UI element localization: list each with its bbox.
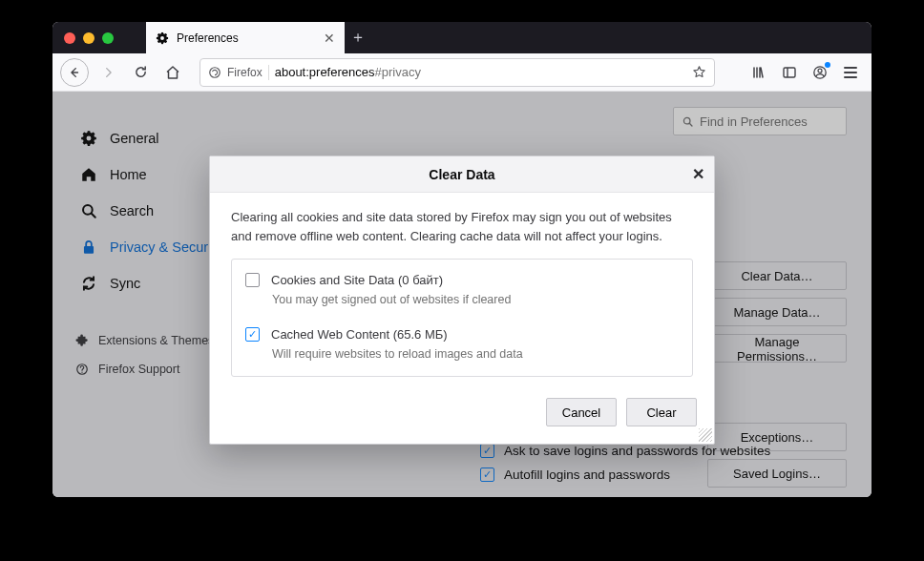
separator [268, 65, 269, 80]
option-label: Cookies and Site Data (0 байт) [271, 273, 443, 287]
checkbox-icon[interactable]: ✓ [245, 327, 260, 342]
close-tab-icon[interactable]: ✕ [324, 31, 335, 45]
dialog-header: Clear Data ✕ [210, 156, 714, 193]
tab-strip: Preferences ✕ ＋ [52, 22, 872, 53]
option-description: Will require websites to reload images a… [272, 347, 679, 361]
notification-dot-icon [825, 62, 830, 68]
identity-label: Firefox [227, 66, 262, 79]
close-icon[interactable]: ✕ [692, 165, 704, 183]
close-window-button[interactable] [64, 32, 75, 44]
nav-toolbar: Firefox about:preferences#privacy [52, 53, 872, 92]
tab-title: Preferences [177, 31, 316, 45]
url-text: about:preferences#privacy [275, 65, 421, 79]
clear-data-dialog: Clear Data ✕ Clearing all cookies and si… [209, 156, 715, 445]
forward-button[interactable] [94, 59, 121, 86]
reload-button[interactable] [127, 59, 154, 86]
content-area: General Home Search Privacy & Security S… [52, 92, 872, 497]
firefox-identity-icon [208, 66, 221, 79]
toolbar-actions [728, 59, 864, 86]
checkbox-icon[interactable] [245, 273, 260, 287]
resize-grip-icon[interactable] [699, 428, 712, 442]
window-controls [52, 22, 125, 53]
menu-button[interactable] [837, 59, 864, 86]
dialog-title: Clear Data [429, 167, 494, 182]
account-icon[interactable] [807, 59, 833, 86]
sidebar-icon[interactable] [776, 59, 803, 86]
clear-options: Cookies and Site Data (0 байт) You may g… [231, 259, 693, 377]
option-description: You may get signed out of websites if cl… [272, 293, 679, 306]
clear-button[interactable]: Clear [626, 398, 697, 426]
option-label: Cached Web Content (65.6 МБ) [271, 327, 448, 342]
gear-icon [156, 31, 169, 45]
svg-rect-1 [784, 68, 795, 77]
zoom-window-button[interactable] [102, 32, 114, 44]
browser-window: Preferences ✕ ＋ Firefox [52, 22, 872, 497]
dialog-description: Clearing all cookies and site data store… [231, 208, 693, 245]
bookmark-star-icon[interactable] [692, 65, 706, 79]
cancel-button[interactable]: Cancel [546, 398, 617, 426]
library-icon[interactable] [746, 59, 772, 86]
back-button[interactable] [60, 58, 89, 87]
new-tab-button[interactable]: ＋ [345, 22, 371, 53]
tab-preferences[interactable]: Preferences ✕ [146, 22, 345, 53]
option-cache[interactable]: ✓ Cached Web Content (65.6 МБ) Will requ… [232, 318, 692, 372]
minimize-window-button[interactable] [83, 32, 94, 44]
svg-point-0 [210, 67, 220, 77]
home-button[interactable] [159, 59, 186, 86]
url-bar[interactable]: Firefox about:preferences#privacy [200, 58, 715, 87]
svg-point-4 [818, 69, 822, 73]
option-cookies[interactable]: Cookies and Site Data (0 байт) You may g… [232, 263, 692, 318]
